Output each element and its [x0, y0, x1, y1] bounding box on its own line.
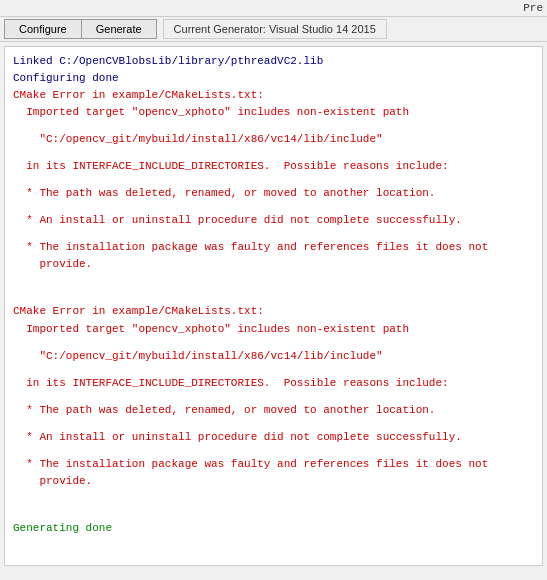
blank-line — [13, 229, 534, 239]
output-line: * The path was deleted, renamed, or move… — [13, 185, 534, 202]
blank-line — [13, 148, 534, 158]
blank-line — [13, 419, 534, 429]
output-line: CMake Error in example/CMakeLists.txt: — [13, 303, 534, 320]
output-line: "C:/opencv_git/mybuild/install/x86/vc14/… — [13, 348, 534, 365]
current-generator-label: Current Generator: Visual Studio 14 2015 — [163, 19, 387, 39]
blank-line — [13, 338, 534, 348]
blank-line — [13, 500, 534, 510]
blank-line — [13, 490, 534, 500]
output-line: "C:/opencv_git/mybuild/install/x86/vc14/… — [13, 131, 534, 148]
blank-line — [13, 446, 534, 456]
output-line: Linked C:/OpenCVBlobsLib/library/pthread… — [13, 53, 534, 70]
blank-line — [13, 365, 534, 375]
output-line: * The installation package was faulty an… — [13, 239, 534, 273]
output-line: Generating done — [13, 520, 534, 537]
output-line: * An install or uninstall procedure did … — [13, 429, 534, 446]
output-line: * The path was deleted, renamed, or move… — [13, 402, 534, 419]
output-line: Imported target "opencv_xphoto" includes… — [13, 321, 534, 338]
output-area: Linked C:/OpenCVBlobsLib/library/pthread… — [4, 46, 543, 566]
output-line: in its INTERFACE_INCLUDE_DIRECTORIES. Po… — [13, 375, 534, 392]
blank-line — [13, 283, 534, 293]
configure-button[interactable]: Configure — [4, 19, 81, 39]
blank-line — [13, 121, 534, 131]
generate-button[interactable]: Generate — [81, 19, 157, 39]
output-line: CMake Error in example/CMakeLists.txt: — [13, 87, 534, 104]
blank-line — [13, 273, 534, 283]
output-line: * The installation package was faulty an… — [13, 456, 534, 490]
toolbar: Configure Generate Current Generator: Vi… — [0, 17, 547, 42]
output-line: Imported target "opencv_xphoto" includes… — [13, 104, 534, 121]
output-line: in its INTERFACE_INCLUDE_DIRECTORIES. Po… — [13, 158, 534, 175]
output-line: Configuring done — [13, 70, 534, 87]
blank-line — [13, 293, 534, 303]
blank-line — [13, 392, 534, 402]
blank-line — [13, 202, 534, 212]
title-bar: Pre — [0, 0, 547, 17]
output-line: * An install or uninstall procedure did … — [13, 212, 534, 229]
blank-line — [13, 175, 534, 185]
blank-line — [13, 510, 534, 520]
